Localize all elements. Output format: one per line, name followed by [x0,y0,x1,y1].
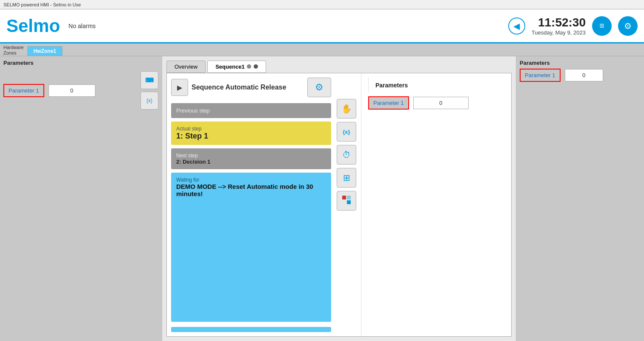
clock-time: 11:52:30 [532,16,586,29]
sequence-dot [247,64,251,69]
left-param1-value: 0 [49,84,95,97]
hwzone1-tab[interactable]: HwZone1 [27,46,63,56]
svg-rect-1 [347,200,351,204]
seq-label: Sequence Automatic Release [192,84,304,91]
svg-rect-0 [342,196,346,199]
body-content: HardwareZones HwZone1 Parameters Paramet… [0,43,644,341]
seq-gear-button[interactable]: ⚙ [307,78,331,97]
actual-step: Actual step 1: Step 1 [171,121,331,145]
waiting-step: Wating for DEMO MODE --> Reset Automatic… [171,173,331,322]
back-button[interactable]: ◀ [508,17,525,35]
sliders-icon: ≡ [599,21,604,31]
center-params: Parameters Parameter 1 0 [361,73,511,336]
keyboard-icon: ⌨ [145,77,154,84]
hand-button[interactable]: ✋ [337,99,356,118]
right-params-label: Parameters [520,60,641,66]
time-display: 11:52:30 Tuesday, May 9, 2023 [532,16,586,36]
seq-right-buttons: ✋ {x} ⏱ ⊞ [335,73,361,336]
previous-step: Previous step [171,103,331,118]
center-param1-value: 0 [413,97,469,109]
waiting-label: Wating for [176,177,326,183]
sequence-left: ▶ Sequence Automatic Release ⚙ Previous … [167,73,335,336]
alarm-status: No alarms [69,23,96,29]
clock-side-button[interactable]: ⏱ [337,145,356,165]
right-param1-name[interactable]: Parameter 1 [520,69,561,82]
center-content: ▶ Sequence Automatic Release ⚙ Previous … [166,73,512,337]
grid-button[interactable]: ⊞ [337,168,356,188]
actual-step-label: Actual step [176,126,326,132]
actual-step-name: 1: Step 1 [176,132,326,141]
sequence-dot2 [254,64,258,69]
clock-side-icon: ⏱ [342,150,351,160]
gear-icon: ⚙ [315,82,323,93]
seq-control-row: ▶ Sequence Automatic Release ⚙ [171,78,331,97]
tabs-bar: HardwareZones HwZone1 [0,43,644,56]
brackets-side-icon: {x} [343,129,350,135]
blocks-icon [342,195,351,207]
brackets-icon-btn[interactable]: {x} [140,92,158,110]
next-step-label: Next step [176,153,326,159]
next-step-name: 2: Decision 1 [176,159,326,165]
center-param-row: Parameter 1 0 [368,96,504,110]
header-right: ◀ 11:52:30 Tuesday, May 9, 2023 ≡ ⚙ [508,16,638,36]
bottom-bar [171,327,331,332]
left-param1-name[interactable]: Parameter 1 [3,84,44,97]
center-tabs: Overview Sequence1 [162,56,516,73]
hw-zones-label: HardwareZones [3,45,24,56]
keyboard-icon-btn[interactable]: ⌨ [140,71,158,89]
logo: Selmo [6,16,60,36]
right-param1-value: 0 [565,69,603,81]
right-sidebar: Parameters Parameter 1 0 [516,56,644,341]
settings-icon: ⚙ [624,21,632,31]
brackets-icon: {x} [146,98,152,104]
title-bar-text: SELMO powered HMI - Selmo in Use [3,2,81,7]
overview-tab[interactable]: Overview [166,61,206,73]
center-params-label: Parameters [368,78,504,93]
settings-button[interactable]: ⚙ [618,16,638,36]
hand-icon: ✋ [341,104,352,114]
seq-play-button[interactable]: ▶ [171,79,188,96]
brackets-side-button[interactable]: {x} [337,122,356,142]
clock-date: Tuesday, May 9, 2023 [532,29,586,36]
sequence1-tab[interactable]: Sequence1 [207,61,266,73]
svg-rect-2 [347,196,351,199]
title-bar: SELMO powered HMI - Selmo in Use [0,0,644,9]
next-step: Next step 2: Decision 1 [171,148,331,169]
center-param1-name[interactable]: Parameter 1 [368,96,409,110]
waiting-text: DEMO MODE --> Reset Automatic mode in 30… [176,183,326,197]
left-params-label: Parameters [3,60,158,66]
content-area: Parameters Parameter 1 0 ⌨ {x} [0,56,644,341]
left-sidebar: Parameters Parameter 1 0 ⌨ {x} [0,56,162,341]
blocks-button[interactable] [337,191,356,211]
center-panel: Overview Sequence1 ▶ Sequen [162,56,516,341]
grid-icon: ⊞ [343,173,350,183]
header: Selmo No alarms ◀ 11:52:30 Tuesday, May … [0,9,644,43]
play-icon: ▶ [177,84,182,92]
sliders-button[interactable]: ≡ [592,16,612,36]
